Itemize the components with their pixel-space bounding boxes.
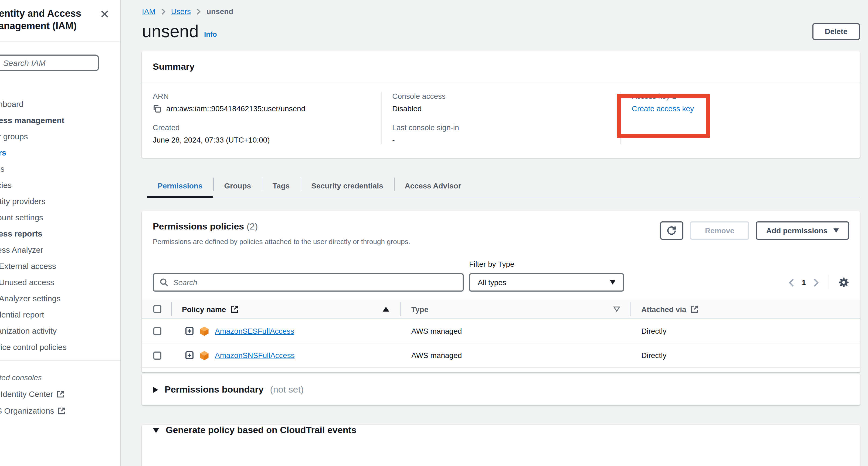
summary-col-arn: ARN arn:aws:iam::905418462135:user/unsen…: [142, 92, 381, 144]
select-all-checkbox[interactable]: [153, 305, 161, 313]
policies-count: (2): [247, 221, 258, 231]
attached-via-header-label: Attached via: [641, 305, 686, 313]
sidebar-search: [0, 55, 99, 71]
sidebar-item-roles[interactable]: Roles: [0, 164, 120, 174]
add-permissions-label: Add permissions: [766, 226, 828, 235]
sidebar-item-users[interactable]: Users: [0, 148, 120, 158]
row-checkbox[interactable]: [153, 327, 161, 335]
filter-row: Filter by Type All types 1: [142, 260, 860, 291]
previous-page-button[interactable]: [788, 278, 795, 287]
tab-access-advisor[interactable]: Access Advisor: [394, 174, 472, 198]
sidebar-title: Identity and Access Management (IAM): [0, 7, 105, 32]
sidebar-item-analyzer-settings[interactable]: Analyzer settings: [0, 294, 120, 304]
collapse-triangle-icon[interactable]: [153, 428, 159, 433]
title-row: unsend Info Delete: [142, 20, 860, 43]
tab-security-credentials[interactable]: Security credentials: [301, 174, 394, 198]
column-type[interactable]: Type: [400, 300, 630, 319]
delete-button[interactable]: Delete: [812, 23, 860, 40]
create-access-key-link[interactable]: Create access key: [632, 104, 694, 113]
search-iam-input[interactable]: [3, 58, 84, 67]
sidebar-section-access-management: Access management: [0, 116, 120, 125]
table-row[interactable]: AmazonSESFullAccess AWS managed Directly: [142, 319, 860, 343]
caret-down-icon: [833, 228, 839, 233]
breadcrumb: IAM Users unsend: [142, 7, 860, 15]
page-number[interactable]: 1: [802, 278, 806, 287]
sidebar: Identity and Access Management (IAM) Das…: [0, 0, 121, 466]
add-permissions-button[interactable]: Add permissions: [756, 221, 849, 240]
sidebar-item-dashboard[interactable]: Dashboard: [0, 99, 120, 109]
permissions-policies-title: Permissions policies (2): [153, 221, 410, 232]
policy-name-link[interactable]: AmazonSNSFullAccess: [215, 351, 295, 360]
related-consoles-heading: Related consoles: [0, 373, 120, 382]
expand-row-button[interactable]: [185, 351, 194, 360]
permissions-boundary-card[interactable]: Permissions boundary (not set): [142, 374, 860, 405]
breadcrumb-users[interactable]: Users: [171, 7, 191, 15]
external-link-icon: [230, 305, 238, 313]
sidebar-item-policies[interactable]: Policies: [0, 180, 120, 190]
last-signin-label: Last console sign-in: [392, 123, 610, 132]
next-page-button[interactable]: [813, 278, 819, 287]
summary-col-console: Console access Disabled Last console sig…: [381, 92, 620, 144]
created-value: June 28, 2024, 07:33 (UTC+10:00): [153, 135, 370, 144]
policy-search-box: [153, 273, 464, 291]
column-attached-via[interactable]: Attached via: [630, 300, 860, 319]
sidebar-item-access-analyzer[interactable]: Access Analyzer: [0, 245, 120, 255]
refresh-icon: [667, 226, 677, 236]
policies-actions: Remove Add permissions: [660, 221, 849, 240]
settings-gear-icon[interactable]: [838, 277, 849, 288]
generate-policy-card[interactable]: Generate policy based on CloudTrail even…: [142, 425, 860, 466]
sidebar-item-external-access[interactable]: External access: [0, 261, 120, 271]
policies-table-header: Policy name Type Attached via: [142, 300, 860, 319]
expand-triangle-icon[interactable]: [153, 386, 158, 393]
sidebar-item-account-settings[interactable]: Account settings: [0, 213, 120, 222]
type-filter-select[interactable]: All types: [469, 273, 624, 291]
sidebar-item-service-control-policies[interactable]: Service control policies: [0, 342, 120, 352]
sidebar-item-unused-access[interactable]: Unused access: [0, 278, 120, 287]
tab-groups[interactable]: Groups: [214, 174, 262, 198]
created-label: Created: [153, 123, 370, 132]
table-row[interactable]: AmazonSNSFullAccess AWS managed Directly: [142, 343, 860, 368]
refresh-button[interactable]: [660, 221, 683, 240]
permissions-boundary-status: (not set): [270, 384, 304, 395]
breadcrumb-current: unsend: [207, 7, 234, 15]
copy-icon[interactable]: [153, 104, 161, 113]
sidebar-section-access-reports: Access reports: [0, 229, 120, 239]
attached-via-cell: Directly: [630, 351, 860, 360]
console-access-value: Disabled: [392, 104, 610, 113]
expand-row-button[interactable]: [185, 327, 194, 335]
caret-down-icon: [610, 280, 615, 285]
type-header-label: Type: [411, 305, 428, 313]
info-link[interactable]: Info: [204, 30, 217, 38]
pagination: 1: [788, 273, 849, 291]
sidebar-item-aws-organizations[interactable]: AWS Organizations: [0, 406, 120, 415]
permissions-policies-heading: Permissions policies (2) Permissions are…: [153, 221, 410, 246]
permissions-policies-card: Permissions policies (2) Permissions are…: [142, 211, 860, 372]
tab-permissions[interactable]: Permissions: [147, 174, 214, 198]
tab-tags[interactable]: Tags: [262, 174, 301, 198]
sidebar-item-credential-report[interactable]: Credential report: [0, 310, 120, 320]
sidebar-item-organization-activity[interactable]: Organization activity: [0, 326, 120, 336]
permissions-boundary-title: Permissions boundary: [165, 384, 264, 395]
policy-type-cell: AWS managed: [400, 327, 630, 335]
policy-search-input[interactable]: [173, 278, 457, 287]
type-filter: Filter by Type All types: [469, 260, 624, 291]
sort-ascending-icon[interactable]: [383, 307, 389, 312]
generate-policy-title: Generate policy based on CloudTrail even…: [166, 425, 356, 436]
policy-name-link[interactable]: AmazonSESFullAccess: [215, 327, 294, 335]
chevron-right-icon: [196, 8, 201, 15]
row-checkbox[interactable]: [153, 351, 161, 359]
sidebar-item-identity-providers[interactable]: Identity providers: [0, 196, 120, 206]
managed-policy-icon: [200, 350, 209, 361]
sort-inactive-icon[interactable]: [613, 306, 620, 312]
breadcrumb-iam[interactable]: IAM: [142, 7, 155, 15]
last-signin-value: -: [392, 135, 610, 144]
column-policy-name[interactable]: Policy name: [171, 300, 400, 319]
filter-by-type-label: Filter by Type: [469, 260, 624, 268]
tab-bar: Permissions Groups Tags Security credent…: [147, 174, 860, 198]
type-filter-value: All types: [478, 278, 506, 287]
sidebar-item-iam-identity-center[interactable]: IAM Identity Center: [0, 389, 120, 399]
sidebar-item-user-groups[interactable]: User groups: [0, 132, 120, 142]
remove-button[interactable]: Remove: [690, 221, 749, 240]
close-icon[interactable]: [100, 9, 110, 19]
related-item-label: IAM Identity Center: [0, 389, 53, 399]
